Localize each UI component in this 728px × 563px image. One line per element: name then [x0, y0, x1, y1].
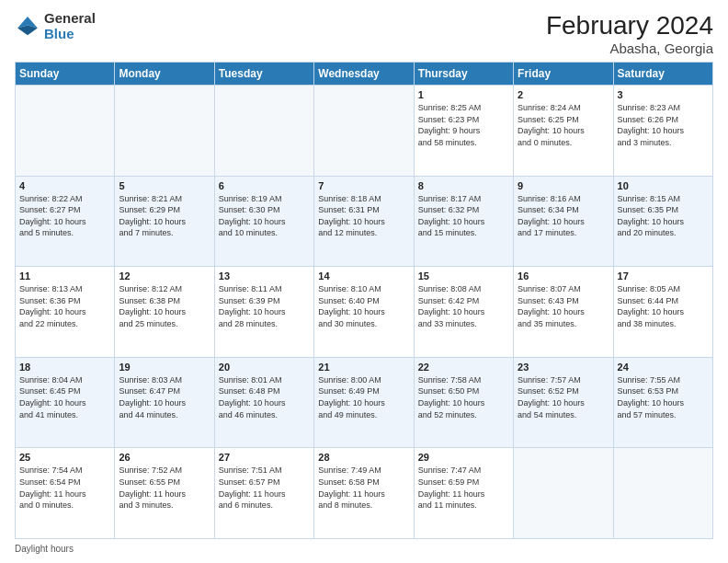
day-info: Sunrise: 8:11 AM Sunset: 6:39 PM Dayligh…: [219, 283, 310, 329]
calendar-cell: 14Sunrise: 8:10 AM Sunset: 6:40 PM Dayli…: [314, 267, 414, 358]
day-info: Sunrise: 7:51 AM Sunset: 6:57 PM Dayligh…: [219, 465, 310, 511]
top-area: General Blue February 2024 Abasha, Georg…: [15, 11, 713, 56]
calendar-cell: 24Sunrise: 7:55 AM Sunset: 6:53 PM Dayli…: [613, 357, 712, 448]
week-row-3: 11Sunrise: 8:13 AM Sunset: 6:36 PM Dayli…: [16, 267, 713, 358]
day-number: 15: [418, 270, 509, 282]
day-info: Sunrise: 8:25 AM Sunset: 6:23 PM Dayligh…: [418, 102, 509, 148]
main-title: February 2024: [546, 11, 713, 40]
page: General Blue February 2024 Abasha, Georg…: [0, 0, 728, 563]
day-info: Sunrise: 8:00 AM Sunset: 6:49 PM Dayligh…: [318, 374, 409, 420]
calendar-cell: 10Sunrise: 8:15 AM Sunset: 6:35 PM Dayli…: [613, 176, 712, 267]
logo-general: General: [44, 11, 96, 27]
day-number: 1: [418, 89, 509, 100]
day-number: 9: [518, 180, 609, 191]
calendar-cell: 6Sunrise: 8:19 AM Sunset: 6:30 PM Daylig…: [214, 176, 313, 267]
day-info: Sunrise: 8:23 AM Sunset: 6:26 PM Dayligh…: [618, 102, 709, 148]
calendar-cell: 18Sunrise: 8:04 AM Sunset: 6:45 PM Dayli…: [16, 357, 115, 448]
day-number: 26: [119, 452, 210, 463]
day-info: Sunrise: 8:19 AM Sunset: 6:30 PM Dayligh…: [219, 193, 310, 239]
logo: General Blue: [15, 11, 96, 41]
day-header-sunday: Sunday: [16, 63, 115, 86]
day-info: Sunrise: 8:24 AM Sunset: 6:25 PM Dayligh…: [518, 102, 609, 148]
day-number: 21: [318, 362, 409, 373]
calendar-cell: 15Sunrise: 8:08 AM Sunset: 6:42 PM Dayli…: [414, 267, 513, 358]
day-info: Sunrise: 8:05 AM Sunset: 6:44 PM Dayligh…: [618, 283, 709, 329]
day-header-tuesday: Tuesday: [214, 63, 313, 86]
day-info: Sunrise: 8:10 AM Sunset: 6:40 PM Dayligh…: [318, 283, 409, 329]
calendar-cell: 19Sunrise: 8:03 AM Sunset: 6:47 PM Dayli…: [115, 357, 214, 448]
day-info: Sunrise: 8:18 AM Sunset: 6:31 PM Dayligh…: [318, 193, 409, 239]
day-number: 28: [318, 452, 409, 463]
calendar-cell: 16Sunrise: 8:07 AM Sunset: 6:43 PM Dayli…: [514, 267, 613, 358]
day-number: 12: [119, 270, 210, 282]
day-number: 20: [219, 362, 310, 373]
calendar-cell: 17Sunrise: 8:05 AM Sunset: 6:44 PM Dayli…: [613, 267, 712, 358]
calendar-cell: [613, 448, 712, 539]
calendar-cell: 21Sunrise: 8:00 AM Sunset: 6:49 PM Dayli…: [314, 357, 414, 448]
day-info: Sunrise: 7:54 AM Sunset: 6:54 PM Dayligh…: [19, 465, 110, 511]
day-number: 14: [318, 270, 409, 282]
calendar-cell: [314, 86, 414, 177]
day-info: Sunrise: 8:15 AM Sunset: 6:35 PM Dayligh…: [618, 193, 709, 239]
day-number: 7: [318, 180, 409, 191]
day-number: 13: [219, 270, 310, 282]
day-info: Sunrise: 7:49 AM Sunset: 6:58 PM Dayligh…: [318, 465, 409, 511]
day-number: 22: [418, 362, 509, 373]
week-row-4: 18Sunrise: 8:04 AM Sunset: 6:45 PM Dayli…: [16, 357, 713, 448]
day-number: 24: [618, 362, 709, 373]
day-info: Sunrise: 8:07 AM Sunset: 6:43 PM Dayligh…: [518, 283, 609, 329]
sub-title: Abasha, Georgia: [546, 40, 713, 56]
calendar-cell: 2Sunrise: 8:24 AM Sunset: 6:25 PM Daylig…: [514, 86, 613, 177]
day-number: 4: [19, 180, 110, 191]
day-info: Sunrise: 8:12 AM Sunset: 6:38 PM Dayligh…: [119, 283, 210, 329]
calendar-cell: 12Sunrise: 8:12 AM Sunset: 6:38 PM Dayli…: [115, 267, 214, 358]
day-number: 19: [119, 362, 210, 373]
day-header-friday: Friday: [514, 63, 613, 86]
day-number: 23: [518, 362, 609, 373]
day-number: 3: [618, 89, 709, 100]
day-info: Sunrise: 7:52 AM Sunset: 6:55 PM Dayligh…: [119, 465, 210, 511]
title-area: February 2024 Abasha, Georgia: [546, 11, 713, 56]
calendar-cell: 1Sunrise: 8:25 AM Sunset: 6:23 PM Daylig…: [414, 86, 513, 177]
day-number: 6: [219, 180, 310, 191]
day-info: Sunrise: 7:57 AM Sunset: 6:52 PM Dayligh…: [518, 374, 609, 420]
day-header-wednesday: Wednesday: [314, 63, 414, 86]
day-number: 2: [518, 89, 609, 100]
day-info: Sunrise: 8:13 AM Sunset: 6:36 PM Dayligh…: [19, 283, 110, 329]
day-info: Sunrise: 8:03 AM Sunset: 6:47 PM Dayligh…: [119, 374, 210, 420]
calendar-cell: [115, 86, 214, 177]
day-info: Sunrise: 8:04 AM Sunset: 6:45 PM Dayligh…: [19, 374, 110, 420]
footer: Daylight hours: [15, 544, 713, 554]
day-info: Sunrise: 7:55 AM Sunset: 6:53 PM Dayligh…: [618, 374, 709, 420]
calendar-cell: 29Sunrise: 7:47 AM Sunset: 6:59 PM Dayli…: [414, 448, 513, 539]
week-row-5: 25Sunrise: 7:54 AM Sunset: 6:54 PM Dayli…: [16, 448, 713, 539]
calendar-cell: 8Sunrise: 8:17 AM Sunset: 6:32 PM Daylig…: [414, 176, 513, 267]
footer-text: Daylight hours: [15, 544, 74, 554]
calendar-cell: 26Sunrise: 7:52 AM Sunset: 6:55 PM Dayli…: [115, 448, 214, 539]
day-number: 29: [418, 452, 509, 463]
calendar-cell: 5Sunrise: 8:21 AM Sunset: 6:29 PM Daylig…: [115, 176, 214, 267]
calendar-cell: [16, 86, 115, 177]
day-info: Sunrise: 7:47 AM Sunset: 6:59 PM Dayligh…: [418, 465, 509, 511]
day-number: 25: [19, 452, 110, 463]
calendar-cell: [514, 448, 613, 539]
day-number: 11: [19, 270, 110, 282]
calendar-cell: [214, 86, 313, 177]
calendar-cell: 11Sunrise: 8:13 AM Sunset: 6:36 PM Dayli…: [16, 267, 115, 358]
logo-text: General Blue: [44, 11, 96, 41]
day-info: Sunrise: 8:22 AM Sunset: 6:27 PM Dayligh…: [19, 193, 110, 239]
day-info: Sunrise: 8:17 AM Sunset: 6:32 PM Dayligh…: [418, 193, 509, 239]
calendar-cell: 28Sunrise: 7:49 AM Sunset: 6:58 PM Dayli…: [314, 448, 414, 539]
day-info: Sunrise: 7:58 AM Sunset: 6:50 PM Dayligh…: [418, 374, 509, 420]
header-row: SundayMondayTuesdayWednesdayThursdayFrid…: [16, 63, 713, 86]
calendar-cell: 9Sunrise: 8:16 AM Sunset: 6:34 PM Daylig…: [514, 176, 613, 267]
day-info: Sunrise: 8:01 AM Sunset: 6:48 PM Dayligh…: [219, 374, 310, 420]
logo-icon: [15, 14, 40, 40]
week-row-1: 1Sunrise: 8:25 AM Sunset: 6:23 PM Daylig…: [16, 86, 713, 177]
calendar-table: SundayMondayTuesdayWednesdayThursdayFrid…: [15, 62, 713, 539]
calendar-cell: 27Sunrise: 7:51 AM Sunset: 6:57 PM Dayli…: [214, 448, 313, 539]
day-number: 16: [518, 270, 609, 282]
calendar-cell: 3Sunrise: 8:23 AM Sunset: 6:26 PM Daylig…: [613, 86, 712, 177]
day-number: 10: [618, 180, 709, 191]
week-row-2: 4Sunrise: 8:22 AM Sunset: 6:27 PM Daylig…: [16, 176, 713, 267]
